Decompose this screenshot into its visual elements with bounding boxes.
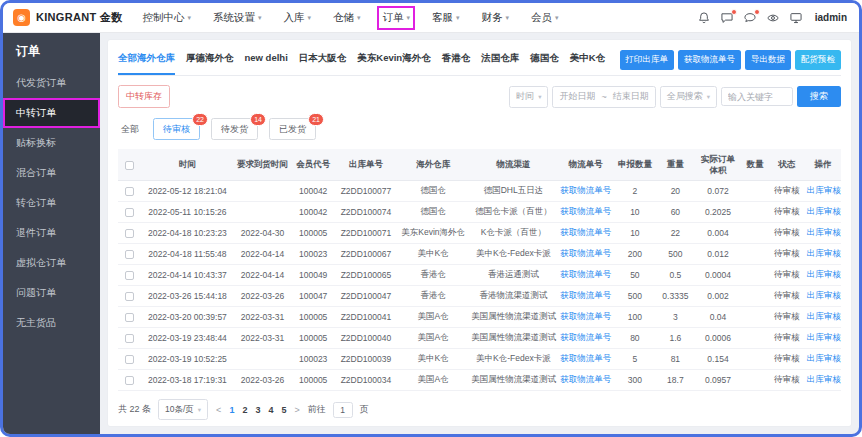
row-checkbox[interactable] <box>125 208 134 217</box>
checkbox-cell <box>118 328 141 349</box>
outbound-review-link[interactable]: 出库审核 <box>807 269 841 279</box>
search-filters: 时间 ▾ 开始日期 ~ 结束日期 全局搜索 ▾ 搜索 <box>509 86 841 108</box>
eye-icon[interactable] <box>766 11 780 25</box>
sidebar-item-mixed-orders[interactable]: 混合订单 <box>3 158 100 188</box>
row-checkbox[interactable] <box>125 334 134 343</box>
username[interactable]: iadmin <box>815 12 847 23</box>
row-checkbox[interactable] <box>125 187 134 196</box>
button-export-data[interactable]: 导出数据 <box>745 50 791 70</box>
sidebar-item-unowned-goods[interactable]: 无主货品 <box>3 308 100 338</box>
menu-item-members[interactable]: 会员▾ <box>531 11 559 25</box>
warehouse-cell: 香港仓 <box>397 265 469 286</box>
keyword-input[interactable] <box>721 87 793 106</box>
select-all-checkbox[interactable] <box>125 161 134 170</box>
message-icon[interactable] <box>720 11 734 25</box>
row-checkbox[interactable] <box>125 250 134 259</box>
row-checkbox[interactable] <box>125 292 134 301</box>
page-button-4[interactable]: 4 <box>268 405 273 415</box>
filter-all[interactable]: 全部 <box>118 118 142 140</box>
page-button-3[interactable]: 3 <box>255 405 260 415</box>
search-button[interactable]: 搜索 <box>797 86 841 107</box>
menu-item-system-settings[interactable]: 系统设置▾ <box>213 11 262 25</box>
page-button-2[interactable]: 2 <box>242 405 247 415</box>
row-checkbox[interactable] <box>125 229 134 238</box>
sidebar-item-relabel[interactable]: 贴标换标 <box>3 128 100 158</box>
outbound-no-cell: Z2DD100034 <box>335 370 397 391</box>
checkbox-cell <box>118 244 141 265</box>
tab-hongkong[interactable]: 香港仓 <box>442 44 471 75</box>
filter-pending-ship[interactable]: 待发货14 <box>211 118 258 140</box>
get-tracking-link[interactable]: 获取物流单号 <box>560 248 611 258</box>
checkbox-cell <box>118 181 141 202</box>
volume-cell: 0.004 <box>695 223 741 244</box>
count-cell <box>741 223 768 244</box>
button-get-tracking[interactable]: 获取物流单号 <box>678 50 741 70</box>
goto-page-input[interactable] <box>333 402 353 418</box>
get-tracking-link[interactable]: 获取物流单号 <box>560 311 611 321</box>
sidebar-item-virtual-warehouse-orders[interactable]: 虚拟仓订单 <box>3 248 100 278</box>
sidebar-item-dropship-orders[interactable]: 代发货订单 <box>3 68 100 98</box>
outbound-review-link[interactable]: 出库审核 <box>807 248 841 258</box>
tab-france[interactable]: 法国仓库 <box>481 44 519 75</box>
menu-item-inbound[interactable]: 入库▾ <box>283 11 311 25</box>
tab-new-delhi[interactable]: new delhi <box>245 44 288 75</box>
bell-icon[interactable] <box>697 11 711 25</box>
row-checkbox[interactable] <box>125 313 134 322</box>
search-scope-select[interactable]: 全局搜索 ▾ <box>660 86 717 108</box>
date-range-picker[interactable]: 开始日期 ~ 结束日期 <box>552 86 655 108</box>
get-tracking-link[interactable]: 获取物流单号 <box>560 269 611 279</box>
required-date-cell <box>234 349 292 370</box>
menu-item-label: 财务 <box>482 11 503 25</box>
page-button-5[interactable]: 5 <box>281 405 286 415</box>
volume-cell: 0.2025 <box>695 202 741 223</box>
outbound-review-link[interactable]: 出库审核 <box>807 374 841 384</box>
menu-item-control-center[interactable]: 控制中心▾ <box>142 11 191 25</box>
page-button-1[interactable]: 1 <box>229 405 234 415</box>
outbound-review-link[interactable]: 出库审核 <box>807 311 841 321</box>
outbound-review-link[interactable]: 出库审核 <box>807 290 841 300</box>
row-checkbox[interactable] <box>125 376 134 385</box>
outbound-review-link[interactable]: 出库审核 <box>807 353 841 363</box>
filter-pending-review[interactable]: 待审核22 <box>153 118 200 140</box>
sidebar-item-problem-orders[interactable]: 问题订单 <box>3 278 100 308</box>
outbound-review-link[interactable]: 出库审核 <box>807 206 841 216</box>
get-tracking-link[interactable]: 获取物流单号 <box>560 290 611 300</box>
tab-osaka[interactable]: 日本大阪仓 <box>299 44 347 75</box>
tab-houde[interactable]: 厚德海外仓 <box>186 44 234 75</box>
outbound-review-link[interactable]: 出库审核 <box>807 185 841 195</box>
get-tracking-link[interactable]: 获取物流单号 <box>560 374 611 384</box>
sidebar-item-transit-orders[interactable]: 中转订单 <box>3 98 100 128</box>
get-tracking-link[interactable]: 获取物流单号 <box>560 353 611 363</box>
row-checkbox[interactable] <box>125 355 134 364</box>
outbound-review-link[interactable]: 出库审核 <box>807 227 841 237</box>
filter-shipped[interactable]: 已发货21 <box>269 118 316 140</box>
get-tracking-link[interactable]: 获取物流单号 <box>560 227 611 237</box>
chevron-down-icon: ▾ <box>555 14 559 22</box>
get-tracking-link[interactable]: 获取物流单号 <box>560 332 611 342</box>
page-size-select[interactable]: 10条/页 ▾ <box>158 399 208 420</box>
prev-page-button[interactable]: < <box>215 405 222 415</box>
menu-item-customer-service[interactable]: 客服▾ <box>432 11 460 25</box>
monitor-icon[interactable] <box>789 11 803 25</box>
menu-item-finance[interactable]: 财务▾ <box>482 11 510 25</box>
action-cell: 出库审核 <box>805 307 841 328</box>
chat-icon[interactable] <box>743 11 757 25</box>
button-picking-precheck[interactable]: 配货预检 <box>795 50 841 70</box>
tab-kevin-us-east[interactable]: 美东Kevin海外仓 <box>357 44 430 75</box>
menu-item-orders[interactable]: 订单▾ <box>382 11 410 25</box>
get-tracking-link[interactable]: 获取物流单号 <box>560 185 611 195</box>
time-type-select[interactable]: 时间 ▾ <box>509 86 548 108</box>
sidebar-item-transfer-orders[interactable]: 转仓订单 <box>3 188 100 218</box>
outbound-review-link[interactable]: 出库审核 <box>807 332 841 342</box>
get-tracking-link[interactable]: 获取物流单号 <box>560 206 611 216</box>
next-page-button[interactable]: > <box>293 405 300 415</box>
tab-us-k[interactable]: 美中K仓 <box>570 44 605 75</box>
tab-all-warehouses[interactable]: 全部海外仓库 <box>118 44 175 75</box>
menu-item-storage[interactable]: 仓储▾ <box>333 11 361 25</box>
sidebar-item-return-orders[interactable]: 退件订单 <box>3 218 100 248</box>
row-checkbox[interactable] <box>125 271 134 280</box>
tab-germany[interactable]: 德国仓 <box>530 44 559 75</box>
app-body: 订单 代发货订单中转订单贴标换标混合订单转仓订单退件订单虚拟仓订单问题订单无主货… <box>3 33 859 434</box>
button-print-outbound[interactable]: 打印出库单 <box>620 50 675 70</box>
transit-stock-button[interactable]: 中转库存 <box>118 85 170 108</box>
